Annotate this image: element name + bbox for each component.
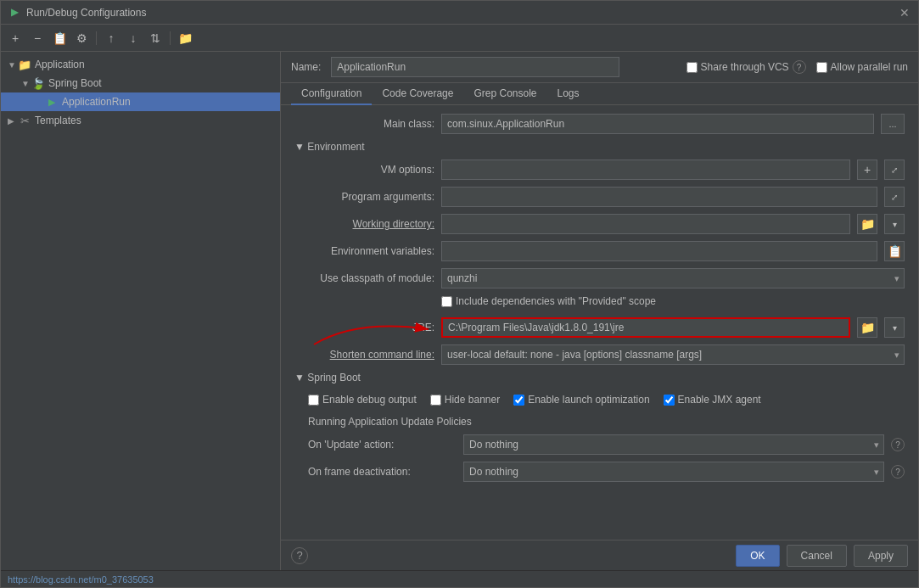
jre-browse-button[interactable]: 📁 xyxy=(857,317,877,338)
main-class-browse-button[interactable]: ... xyxy=(881,114,905,134)
classpath-module-select[interactable]: qunzhi xyxy=(441,268,905,288)
share-help-icon[interactable]: ? xyxy=(793,60,806,74)
on-frame-select[interactable]: Do nothing Hot swap classes Update resou… xyxy=(463,462,884,482)
environment-vars-browse-button[interactable]: 📋 xyxy=(884,241,905,261)
enable-debug-checkbox[interactable] xyxy=(308,395,319,406)
template-icon: ✂ xyxy=(18,114,31,127)
templates-arrow: ▶ xyxy=(8,116,18,126)
enable-jmx-label: Enable JMX agent xyxy=(678,394,761,406)
share-through-vcs-checkbox[interactable] xyxy=(686,62,698,73)
vm-options-expand-button[interactable]: ⤢ xyxy=(884,160,905,180)
left-panel: ▼ 📁 Application ▼ 🍃 Spring Boot ▶ Applic… xyxy=(1,52,281,570)
tree-item-label-applicationrun: ApplicationRun xyxy=(62,96,131,108)
tree-item-label-templates: Templates xyxy=(35,115,81,126)
hide-banner-checkbox[interactable] xyxy=(430,395,441,406)
allow-parallel-run-label: Allow parallel run xyxy=(831,61,908,73)
classpath-module-label: Use classpath of module: xyxy=(294,272,434,284)
program-arguments-input[interactable] xyxy=(441,187,877,207)
folder-button[interactable]: 📁 xyxy=(176,29,194,48)
settings-button[interactable]: ⚙ xyxy=(72,29,91,48)
tab-logs[interactable]: Logs xyxy=(547,83,590,105)
on-update-label: On 'Update' action: xyxy=(308,439,457,451)
share-through-vcs-option: Share through VCS ? xyxy=(686,60,806,74)
hide-banner-label: Hide banner xyxy=(445,394,500,406)
bottom-right: OK Cancel Apply xyxy=(736,545,908,567)
on-frame-deactivation-row: On frame deactivation: Do nothing Hot sw… xyxy=(308,462,905,482)
tree-item-spring-boot[interactable]: ▼ 🍃 Spring Boot xyxy=(1,74,280,92)
window-icon: ▶ xyxy=(8,6,21,20)
tree-item-applicationrun[interactable]: ▶ ApplicationRun xyxy=(1,92,280,111)
program-args-expand-button[interactable]: ⤢ xyxy=(884,187,905,207)
apply-button[interactable]: Apply xyxy=(854,545,908,567)
bottom-left: ? xyxy=(291,547,308,564)
spring-boot-section: ▼ Spring Boot Enable debug output Hide b… xyxy=(294,372,905,482)
working-dir-dropdown-button[interactable]: ▾ xyxy=(884,214,905,234)
sort-button[interactable]: ⇅ xyxy=(146,29,165,48)
main-class-label: Main class: xyxy=(294,118,434,130)
working-dir-browse-button[interactable]: 📁 xyxy=(857,214,877,234)
enable-launch-option: Enable launch optimization xyxy=(513,394,649,406)
enable-jmx-checkbox[interactable] xyxy=(664,395,675,406)
vm-options-label: VM options: xyxy=(294,164,434,176)
on-update-row: On 'Update' action: Do nothing Hot swap … xyxy=(308,434,905,455)
environment-variables-row: Environment variables: 📋 xyxy=(294,241,905,261)
spring-boot-section-header: ▼ Spring Boot xyxy=(294,372,905,384)
jre-input[interactable] xyxy=(441,317,850,338)
remove-configuration-button[interactable]: − xyxy=(28,29,47,48)
on-frame-select-wrapper: Do nothing Hot swap classes Update resou… xyxy=(463,462,884,482)
tab-configuration[interactable]: Configuration xyxy=(291,83,372,105)
expand-arrow: ▼ xyxy=(8,60,18,70)
run-config-icon: ▶ xyxy=(45,95,59,109)
environment-label: ▼ Environment xyxy=(294,141,365,153)
add-configuration-button[interactable]: + xyxy=(6,29,25,48)
dialog-help-button[interactable]: ? xyxy=(291,547,308,564)
tree-item-label-application: Application xyxy=(35,59,85,70)
tree-item-application[interactable]: ▼ 📁 Application xyxy=(1,55,280,74)
main-class-input[interactable] xyxy=(441,114,874,134)
window-controls: ✕ xyxy=(898,6,911,20)
vm-options-input[interactable] xyxy=(441,160,850,180)
shorten-cmd-select-wrapper: user-local default: none - java [options… xyxy=(441,344,905,365)
right-panel: Name: Share through VCS ? Allow parallel… xyxy=(281,52,918,570)
enable-launch-checkbox[interactable] xyxy=(513,395,524,406)
toolbar: + − 📋 ⚙ ↑ ↓ ⇅ 📁 xyxy=(1,25,918,52)
move-down-button[interactable]: ↓ xyxy=(124,29,143,48)
include-dependencies-checkbox[interactable] xyxy=(441,296,452,307)
program-arguments-label: Program arguments: xyxy=(294,191,434,203)
working-directory-row: Working directory: 📁 ▾ xyxy=(294,214,905,234)
classpath-module-select-wrapper: qunzhi xyxy=(441,268,905,288)
enable-jmx-option: Enable JMX agent xyxy=(664,394,761,406)
on-frame-help-icon[interactable]: ? xyxy=(891,465,905,479)
tab-code-coverage[interactable]: Code Coverage xyxy=(372,83,463,105)
name-label: Name: xyxy=(291,61,321,73)
name-input[interactable] xyxy=(331,57,619,77)
cancel-button[interactable]: Cancel xyxy=(787,545,847,567)
shorten-cmd-select[interactable]: user-local default: none - java [options… xyxy=(441,344,905,365)
tab-grep-console[interactable]: Grep Console xyxy=(463,83,546,105)
shorten-cmd-row: Shorten command line: user-local default… xyxy=(294,344,905,365)
status-bar: https://blog.csdn.net/m0_37635053 xyxy=(1,570,918,587)
on-update-select[interactable]: Do nothing Hot swap classes Update resou… xyxy=(463,434,884,455)
on-update-help-icon[interactable]: ? xyxy=(891,438,905,451)
allow-parallel-run-option: Allow parallel run xyxy=(816,61,908,73)
enable-launch-label: Enable launch optimization xyxy=(528,394,649,406)
move-up-button[interactable]: ↑ xyxy=(102,29,120,48)
vm-options-add-button[interactable]: + xyxy=(857,160,877,180)
classpath-module-row: Use classpath of module: qunzhi xyxy=(294,268,905,288)
ok-button[interactable]: OK xyxy=(736,545,779,567)
program-arguments-row: Program arguments: ⤢ xyxy=(294,187,905,207)
tree-item-templates[interactable]: ▶ ✂ Templates xyxy=(1,111,280,130)
toolbar-separator-2 xyxy=(170,31,171,45)
jre-row: JRE: 📁 xyxy=(294,317,905,338)
jre-dropdown-button[interactable]: ▾ xyxy=(884,317,905,338)
header-checkboxes: Share through VCS ? Allow parallel run xyxy=(686,60,908,74)
main-class-row: Main class: ... xyxy=(294,114,905,134)
close-button[interactable]: ✕ xyxy=(898,6,911,20)
toolbar-separator xyxy=(96,31,97,45)
enable-debug-label: Enable debug output xyxy=(322,394,417,406)
environment-variables-input[interactable] xyxy=(441,241,877,261)
share-through-vcs-label: Share through VCS xyxy=(701,61,789,73)
allow-parallel-run-checkbox[interactable] xyxy=(816,62,827,73)
working-directory-input[interactable] xyxy=(441,214,850,234)
copy-configuration-button[interactable]: 📋 xyxy=(50,29,69,48)
